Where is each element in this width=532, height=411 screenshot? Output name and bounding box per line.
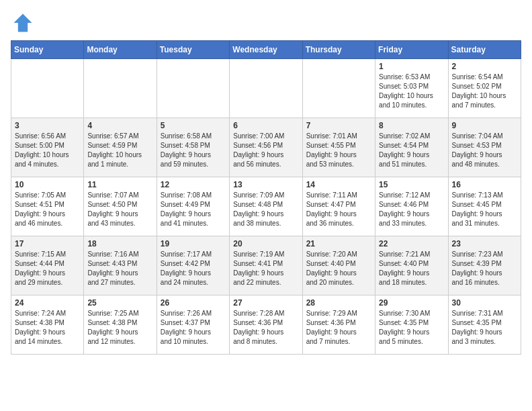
day-number: 22 xyxy=(379,239,444,248)
calendar-cell: 22Sunrise: 7:21 AM Sunset: 4:40 PM Dayli… xyxy=(375,236,448,295)
calendar-week-row: 1Sunrise: 6:53 AM Sunset: 5:03 PM Daylig… xyxy=(11,59,521,118)
day-number: 25 xyxy=(87,298,152,308)
day-number: 14 xyxy=(306,180,371,189)
day-number: 20 xyxy=(233,239,298,248)
day-number: 16 xyxy=(452,180,517,189)
calendar-cell: 2Sunrise: 6:54 AM Sunset: 5:02 PM Daylig… xyxy=(448,59,521,118)
calendar-week-row: 24Sunrise: 7:24 AM Sunset: 4:38 PM Dayli… xyxy=(11,295,521,355)
day-info: Sunrise: 7:01 AM Sunset: 4:55 PM Dayligh… xyxy=(306,132,371,169)
day-number: 6 xyxy=(233,121,298,130)
day-info: Sunrise: 7:21 AM Sunset: 4:40 PM Dayligh… xyxy=(379,250,444,287)
day-number: 12 xyxy=(161,180,226,189)
day-number: 1 xyxy=(379,62,444,71)
day-number: 7 xyxy=(306,121,371,130)
calendar-cell xyxy=(302,59,375,118)
calendar-cell: 3Sunrise: 6:56 AM Sunset: 5:00 PM Daylig… xyxy=(11,118,84,177)
calendar-cell: 28Sunrise: 7:29 AM Sunset: 4:36 PM Dayli… xyxy=(302,295,375,355)
day-number: 13 xyxy=(233,180,298,189)
day-number: 9 xyxy=(452,121,517,130)
day-info: Sunrise: 6:57 AM Sunset: 4:59 PM Dayligh… xyxy=(87,132,152,169)
calendar-week-row: 17Sunrise: 7:15 AM Sunset: 4:44 PM Dayli… xyxy=(11,236,521,295)
day-number: 29 xyxy=(379,298,444,308)
calendar-cell: 18Sunrise: 7:16 AM Sunset: 4:43 PM Dayli… xyxy=(84,236,157,295)
day-info: Sunrise: 7:12 AM Sunset: 4:46 PM Dayligh… xyxy=(379,191,444,228)
day-info: Sunrise: 6:54 AM Sunset: 5:02 PM Dayligh… xyxy=(452,73,517,110)
calendar-header-thursday: Thursday xyxy=(302,41,375,59)
day-info: Sunrise: 7:26 AM Sunset: 4:37 PM Dayligh… xyxy=(161,309,226,347)
calendar-cell: 6Sunrise: 7:00 AM Sunset: 4:56 PM Daylig… xyxy=(230,118,302,177)
calendar-cell: 14Sunrise: 7:11 AM Sunset: 4:47 PM Dayli… xyxy=(302,177,375,236)
day-info: Sunrise: 7:09 AM Sunset: 4:48 PM Dayligh… xyxy=(233,191,298,228)
calendar-table: SundayMondayTuesdayWednesdayThursdayFrid… xyxy=(11,40,521,355)
day-info: Sunrise: 7:07 AM Sunset: 4:50 PM Dayligh… xyxy=(87,191,152,228)
calendar-cell xyxy=(11,59,84,118)
day-number: 11 xyxy=(87,180,152,189)
calendar-cell: 26Sunrise: 7:26 AM Sunset: 4:37 PM Dayli… xyxy=(157,295,229,355)
calendar-cell: 21Sunrise: 7:20 AM Sunset: 4:40 PM Dayli… xyxy=(302,236,375,295)
day-info: Sunrise: 7:16 AM Sunset: 4:43 PM Dayligh… xyxy=(87,250,152,287)
day-number: 5 xyxy=(161,121,226,130)
day-info: Sunrise: 6:58 AM Sunset: 4:58 PM Dayligh… xyxy=(161,132,226,169)
day-number: 23 xyxy=(452,239,517,248)
day-info: Sunrise: 7:29 AM Sunset: 4:36 PM Dayligh… xyxy=(306,309,371,347)
day-info: Sunrise: 7:25 AM Sunset: 4:38 PM Dayligh… xyxy=(87,309,152,347)
day-number: 28 xyxy=(306,298,371,308)
calendar-cell: 4Sunrise: 6:57 AM Sunset: 4:59 PM Daylig… xyxy=(84,118,157,177)
day-number: 26 xyxy=(161,298,226,308)
calendar-header-friday: Friday xyxy=(375,41,448,59)
calendar-cell: 7Sunrise: 7:01 AM Sunset: 4:55 PM Daylig… xyxy=(302,118,375,177)
calendar-cell: 13Sunrise: 7:09 AM Sunset: 4:48 PM Dayli… xyxy=(230,177,302,236)
calendar-header-saturday: Saturday xyxy=(448,41,521,59)
calendar-cell: 17Sunrise: 7:15 AM Sunset: 4:44 PM Dayli… xyxy=(11,236,84,295)
calendar-cell xyxy=(230,59,302,118)
calendar-cell: 30Sunrise: 7:31 AM Sunset: 4:35 PM Dayli… xyxy=(448,295,521,355)
calendar-header-wednesday: Wednesday xyxy=(230,41,302,59)
day-info: Sunrise: 7:15 AM Sunset: 4:44 PM Dayligh… xyxy=(15,250,80,287)
calendar-cell: 10Sunrise: 7:05 AM Sunset: 4:51 PM Dayli… xyxy=(11,177,84,236)
calendar-cell: 27Sunrise: 7:28 AM Sunset: 4:36 PM Dayli… xyxy=(230,295,302,355)
day-info: Sunrise: 7:11 AM Sunset: 4:47 PM Dayligh… xyxy=(306,191,371,228)
calendar-header-monday: Monday xyxy=(84,41,157,59)
day-number: 18 xyxy=(87,239,152,248)
calendar-week-row: 3Sunrise: 6:56 AM Sunset: 5:00 PM Daylig… xyxy=(11,118,521,177)
day-info: Sunrise: 7:31 AM Sunset: 4:35 PM Dayligh… xyxy=(452,309,517,347)
calendar-cell: 20Sunrise: 7:19 AM Sunset: 4:41 PM Dayli… xyxy=(230,236,302,295)
logo xyxy=(11,11,38,35)
day-info: Sunrise: 7:00 AM Sunset: 4:56 PM Dayligh… xyxy=(233,132,298,169)
day-info: Sunrise: 7:23 AM Sunset: 4:39 PM Dayligh… xyxy=(452,250,517,287)
day-info: Sunrise: 7:19 AM Sunset: 4:41 PM Dayligh… xyxy=(233,250,298,287)
day-number: 17 xyxy=(15,239,80,248)
calendar-cell: 8Sunrise: 7:02 AM Sunset: 4:54 PM Daylig… xyxy=(375,118,448,177)
calendar-header-sunday: Sunday xyxy=(11,41,84,59)
logo-icon xyxy=(11,11,35,35)
day-number: 10 xyxy=(15,180,80,189)
day-number: 21 xyxy=(306,239,371,248)
page-header xyxy=(11,11,521,35)
calendar-header-row: SundayMondayTuesdayWednesdayThursdayFrid… xyxy=(11,41,521,59)
day-number: 15 xyxy=(379,180,444,189)
calendar-cell: 15Sunrise: 7:12 AM Sunset: 4:46 PM Dayli… xyxy=(375,177,448,236)
calendar-cell: 12Sunrise: 7:08 AM Sunset: 4:49 PM Dayli… xyxy=(157,177,229,236)
calendar-header-tuesday: Tuesday xyxy=(157,41,229,59)
day-info: Sunrise: 7:08 AM Sunset: 4:49 PM Dayligh… xyxy=(161,191,226,228)
day-info: Sunrise: 7:28 AM Sunset: 4:36 PM Dayligh… xyxy=(233,309,298,347)
day-number: 3 xyxy=(15,121,80,130)
day-info: Sunrise: 7:02 AM Sunset: 4:54 PM Dayligh… xyxy=(379,132,444,169)
calendar-cell: 5Sunrise: 6:58 AM Sunset: 4:58 PM Daylig… xyxy=(157,118,229,177)
day-info: Sunrise: 7:30 AM Sunset: 4:35 PM Dayligh… xyxy=(379,309,444,347)
day-number: 19 xyxy=(161,239,226,248)
day-number: 8 xyxy=(379,121,444,130)
calendar-week-row: 10Sunrise: 7:05 AM Sunset: 4:51 PM Dayli… xyxy=(11,177,521,236)
calendar-cell: 1Sunrise: 6:53 AM Sunset: 5:03 PM Daylig… xyxy=(375,59,448,118)
day-number: 2 xyxy=(452,62,517,71)
day-info: Sunrise: 7:04 AM Sunset: 4:53 PM Dayligh… xyxy=(452,132,517,169)
calendar-cell: 25Sunrise: 7:25 AM Sunset: 4:38 PM Dayli… xyxy=(84,295,157,355)
day-info: Sunrise: 7:05 AM Sunset: 4:51 PM Dayligh… xyxy=(15,191,80,228)
day-info: Sunrise: 7:24 AM Sunset: 4:38 PM Dayligh… xyxy=(15,309,80,347)
calendar-cell: 24Sunrise: 7:24 AM Sunset: 4:38 PM Dayli… xyxy=(11,295,84,355)
calendar-cell: 16Sunrise: 7:13 AM Sunset: 4:45 PM Dayli… xyxy=(448,177,521,236)
calendar-cell: 19Sunrise: 7:17 AM Sunset: 4:42 PM Dayli… xyxy=(157,236,229,295)
day-info: Sunrise: 7:20 AM Sunset: 4:40 PM Dayligh… xyxy=(306,250,371,287)
day-info: Sunrise: 7:13 AM Sunset: 4:45 PM Dayligh… xyxy=(452,191,517,228)
day-number: 24 xyxy=(15,298,80,308)
